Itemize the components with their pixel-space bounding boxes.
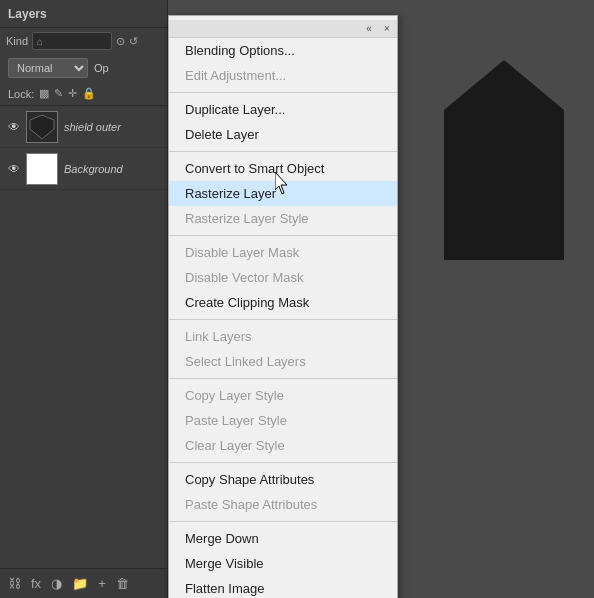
filter-icon: ⊙ [116,35,125,48]
menu-item-rasterize-layer-style[interactable]: Rasterize Layer Style [169,206,397,231]
layers-title-bar: Layers [0,0,167,28]
menu-sep-2 [169,151,397,152]
layers-footer: ⛓ fx ◑ 📁 + 🗑 [0,568,167,598]
menu-item-link-layers[interactable]: Link Layers [169,324,397,349]
menu-item-copy-shape-attributes[interactable]: Copy Shape Attributes [169,467,397,492]
layers-panel-title: Layers [8,7,47,21]
blend-mode-select[interactable]: Normal [8,58,88,78]
svg-marker-0 [30,115,54,139]
background-shape [444,60,564,260]
delete-layer-icon[interactable]: 🗑 [116,576,129,591]
menu-item-copy-layer-style[interactable]: Copy Layer Style [169,383,397,408]
lock-bar: Lock: ▩ ✎ ✛ 🔒 [0,82,167,106]
layer-visibility-shield[interactable]: 👁 [6,119,22,135]
menu-sep-6 [169,462,397,463]
menu-sep-5 [169,378,397,379]
bg-thumb-fill [27,154,57,184]
menu-item-delete-layer[interactable]: Delete Layer [169,122,397,147]
layer-thumbnail-shield [26,111,58,143]
menu-sep-4 [169,319,397,320]
kind-filter-input[interactable]: ⌂ [32,32,112,50]
menu-item-select-linked-layers[interactable]: Select Linked Layers [169,349,397,374]
menu-item-create-clipping-mask[interactable]: Create Clipping Mask [169,290,397,315]
shield-thumbnail-svg [28,113,56,141]
menu-item-merge-down[interactable]: Merge Down [169,526,397,551]
lock-all-icon[interactable]: 🔒 [82,87,96,100]
menu-item-paste-shape-attributes[interactable]: Paste Shape Attributes [169,492,397,517]
menu-item-flatten-image[interactable]: Flatten Image [169,576,397,598]
menu-item-disable-vector-mask[interactable]: Disable Vector Mask [169,265,397,290]
lock-label: Lock: [8,88,34,100]
menu-item-rasterize-layer[interactable]: Rasterize Layer [169,181,397,206]
menu-item-merge-visible[interactable]: Merge Visible [169,551,397,576]
menu-item-blending-options[interactable]: Blending Options... [169,38,397,63]
context-menu-title-bar: « × [169,20,397,38]
layer-visibility-background[interactable]: 👁 [6,161,22,177]
layers-filter-bar: Normal Op [0,54,167,82]
layer-item-background[interactable]: 👁 Background [0,148,167,190]
lock-transparency-icon[interactable]: ▩ [39,87,49,100]
lock-paint-icon[interactable]: ✎ [54,87,63,100]
menu-item-paste-layer-style[interactable]: Paste Layer Style [169,408,397,433]
layers-panel: Layers Kind ⌂ ⊙ ↺ Normal Op Lock: ▩ ✎ ✛ … [0,0,168,598]
refresh-icon: ↺ [129,35,138,48]
fx-icon[interactable]: fx [31,576,41,591]
menu-sep-3 [169,235,397,236]
layer-name-background: Background [64,163,123,175]
link-icon[interactable]: ⛓ [8,576,21,591]
layer-thumbnail-background [26,153,58,185]
opacity-label: Op [94,62,109,74]
menu-sep-7 [169,521,397,522]
title-bar-close-btn[interactable]: × [381,22,393,34]
menu-item-convert-smart-object[interactable]: Convert to Smart Object [169,156,397,181]
menu-item-duplicate-layer[interactable]: Duplicate Layer... [169,97,397,122]
menu-item-edit-adjustment[interactable]: Edit Adjustment... [169,63,397,88]
folder-icon[interactable]: 📁 [72,576,88,591]
adjustment-icon[interactable]: ◑ [51,576,62,591]
add-layer-icon[interactable]: + [98,576,106,591]
menu-item-disable-layer-mask[interactable]: Disable Layer Mask [169,240,397,265]
layer-name-shield: shield outer [64,121,121,133]
lock-position-icon[interactable]: ✛ [68,87,77,100]
layer-item-shield-outer[interactable]: 👁 shield outer [0,106,167,148]
context-menu: « × Blending Options... Edit Adjustment.… [168,15,398,598]
kind-label: Kind [6,35,28,47]
title-bar-minimize-btn[interactable]: « [363,22,375,34]
menu-sep-1 [169,92,397,93]
menu-item-clear-layer-style[interactable]: Clear Layer Style [169,433,397,458]
layers-search-bar: Kind ⌂ ⊙ ↺ [0,28,167,54]
